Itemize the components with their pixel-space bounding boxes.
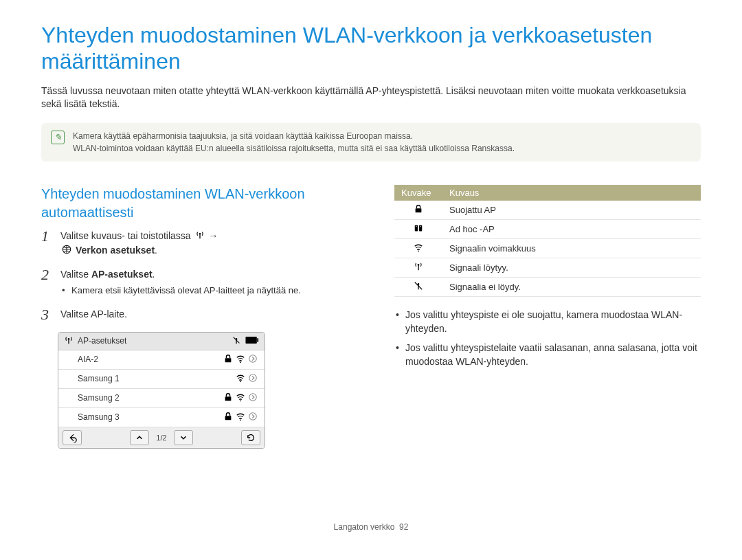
lock-icon — [223, 392, 233, 404]
step1-text-a: Valitse kuvaus- tai toistotilassa — [60, 230, 194, 241]
step-number-3: 3 — [41, 307, 54, 322]
svg-rect-5 — [257, 338, 258, 341]
note-icon: ✎ — [51, 131, 65, 144]
battery-icon — [245, 336, 259, 346]
svg-rect-11 — [225, 396, 232, 401]
table-header-icon: Kuvake — [394, 185, 442, 201]
table-row: Ad hoc -AP — [394, 219, 701, 238]
svg-point-20 — [416, 225, 416, 226]
wifi-icon — [236, 354, 245, 366]
antenna-icon — [195, 229, 205, 243]
ap-name: Samsung 2 — [78, 393, 219, 403]
list-item: Samsung 1 — [58, 370, 265, 389]
antenna-icon — [414, 263, 423, 273]
svg-rect-17 — [416, 208, 422, 212]
table-row: Signaalin voimakkuus — [394, 238, 701, 258]
svg-point-15 — [240, 419, 241, 421]
wifi-icon — [236, 373, 245, 385]
svg-point-16 — [249, 412, 257, 420]
page-title: Yhteyden muodostaminen WLAN-verkkoon ja … — [41, 22, 701, 75]
step2-text-b: AP-asetukset — [91, 269, 153, 280]
ap-name: Samsung 1 — [78, 374, 232, 383]
ap-list-title: AP-asetukset — [78, 336, 126, 346]
note-line-1: Kamera käyttää epäharmonisia taajuuksia,… — [73, 130, 515, 142]
page-footer: Langaton verkko 92 — [0, 522, 742, 532]
list-item: Samsung 2 — [58, 389, 265, 408]
table-row: Signaali löytyy. — [394, 258, 701, 277]
antenna-off-icon — [232, 335, 241, 347]
intro-paragraph: Tässä luvussa neuvotaan miten otatte yht… — [41, 85, 701, 111]
ap-list-screenshot: AP-asetukset AIA-2 — [58, 332, 265, 449]
svg-rect-4 — [245, 337, 256, 344]
icon-desc: Signaalin voimakkuus — [442, 238, 701, 258]
step2-text-c: . — [153, 269, 155, 280]
step-number-2: 2 — [41, 267, 54, 282]
table-row: Suojattu AP — [394, 201, 701, 220]
back-button[interactable] — [63, 430, 82, 445]
svg-point-8 — [249, 355, 257, 362]
chevron-right-icon — [248, 354, 258, 366]
icon-desc: Suojattu AP — [442, 201, 701, 220]
list-item: AIA-2 — [58, 350, 265, 370]
ap-name: AIA-2 — [78, 355, 219, 364]
note-box: ✎ Kamera käyttää epäharmonisia taajuuksi… — [41, 123, 701, 161]
svg-rect-14 — [225, 416, 232, 420]
svg-point-12 — [240, 400, 241, 401]
svg-point-9 — [240, 381, 241, 382]
icon-legend-table: Kuvake Kuvaus Suojattu AP Ad hoc -AP Sig… — [394, 185, 701, 297]
step-number-1: 1 — [41, 229, 54, 244]
antenna-off-icon — [414, 282, 423, 293]
footer-page-number: 92 — [399, 522, 408, 532]
step1-text-c: Verkon asetukset — [76, 245, 155, 256]
svg-point-13 — [249, 393, 257, 401]
step1-text-d: . — [155, 245, 157, 256]
icon-desc: Signaali löytyy. — [442, 258, 701, 277]
ap-name: Samsung 3 — [78, 412, 219, 422]
lock-icon — [414, 205, 423, 216]
icon-desc: Ad hoc -AP — [442, 219, 701, 238]
bullet-item: Jos valittu yhteyspistelaite vaatii sala… — [394, 341, 701, 369]
section-subhead: Yhteyden muodostaminen WLAN-verkkoon aut… — [41, 185, 348, 222]
table-row: Signaalia ei löydy. — [394, 277, 701, 296]
antenna-icon — [64, 335, 74, 347]
chevron-right-icon — [248, 412, 258, 423]
refresh-button[interactable] — [241, 430, 260, 445]
note-line-2: WLAN-toimintoa voidaan käyttää EU:n alue… — [73, 142, 515, 155]
chevron-right-icon — [248, 373, 258, 385]
step2-subnote: Kamera etsii käytettävissä olevat AP-lai… — [60, 284, 301, 298]
page-down-button[interactable] — [174, 430, 193, 445]
svg-point-21 — [420, 225, 420, 226]
chevron-right-icon — [248, 392, 258, 404]
icon-desc: Signaalia ei löydy. — [442, 277, 701, 296]
step1-arrow: → — [208, 230, 218, 241]
wifi-icon — [236, 392, 245, 404]
lock-icon — [223, 412, 233, 423]
svg-point-10 — [249, 374, 257, 381]
svg-point-22 — [418, 250, 419, 251]
page-indicator: 1/2 — [153, 434, 169, 442]
lock-icon — [223, 354, 233, 366]
footer-section: Langaton verkko — [334, 522, 395, 532]
globe-icon — [62, 244, 71, 258]
adhoc-icon — [414, 225, 423, 235]
table-header-desc: Kuvaus — [442, 185, 701, 201]
svg-point-7 — [240, 361, 241, 363]
step2-text-a: Valitse — [60, 269, 91, 280]
bullet-item: Jos valittu yhteyspiste ei ole suojattu,… — [394, 308, 701, 336]
wifi-icon — [236, 412, 245, 423]
list-item: Samsung 3 — [58, 408, 265, 427]
wifi-icon — [414, 244, 423, 254]
svg-rect-6 — [225, 358, 232, 362]
page-up-button[interactable] — [130, 430, 149, 445]
step3-text: Valitse AP-laite. — [60, 309, 127, 320]
